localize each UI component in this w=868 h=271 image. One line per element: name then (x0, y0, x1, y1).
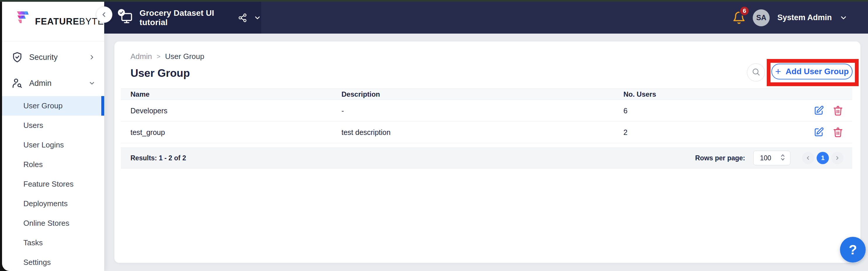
sidebar-item-online-stores[interactable]: Online Stores (2, 213, 104, 233)
row-actions (813, 105, 843, 116)
results-count: Results: 1 - 2 of 2 (130, 154, 186, 162)
cell-name: Developers (130, 106, 167, 115)
table-row[interactable]: Developers - 6 (121, 100, 852, 121)
row-actions (813, 127, 843, 138)
sidebar-item-user-logins[interactable]: User Logins (2, 135, 104, 155)
cell-description: test description (341, 128, 391, 137)
featurebyte-logo-icon (17, 11, 32, 32)
sidebar-section-label: Admin (29, 79, 88, 88)
browser-top-strip (0, 0, 868, 2)
account-chevron-down-icon[interactable] (839, 14, 847, 22)
sidebar-section-security[interactable]: Security (2, 47, 104, 67)
pagination-controls: Rows per page: 100 (695, 151, 843, 165)
column-header-users: No. Users (623, 90, 656, 98)
avatar[interactable]: SA (753, 9, 770, 26)
help-button[interactable]: ? (840, 237, 866, 263)
add-user-group-label: Add User Group (786, 67, 849, 76)
catalog-monitor-icon (120, 11, 133, 24)
column-header-description: Description (341, 90, 380, 98)
table-header-row: Name Description No. Users (121, 89, 852, 100)
current-page-button[interactable]: 1 (817, 152, 829, 164)
brand-wordmark: FEATUREBYTE (35, 17, 104, 27)
sidebar-item-feature-stores[interactable]: Feature Stores (2, 174, 104, 194)
edit-button[interactable] (813, 105, 824, 116)
top-navbar: Grocery Dataset UI tutorial (2, 2, 868, 34)
catalog-chevron-down-icon[interactable] (254, 14, 261, 22)
sidebar-section-admin[interactable]: Admin (2, 73, 104, 93)
rows-per-page-select[interactable]: 100 (753, 151, 790, 165)
user-group-table: Name Description No. Users Developers - … (121, 89, 852, 169)
search-icon (751, 67, 760, 78)
rows-per-page-value: 100 (760, 154, 771, 162)
cell-users: 2 (623, 128, 627, 137)
edit-button[interactable] (813, 127, 824, 138)
sidebar-item-users[interactable]: Users (2, 116, 104, 135)
sidebar-collapse-button[interactable] (96, 6, 112, 23)
notifications-bell-icon[interactable]: 6 (732, 11, 746, 25)
next-page-button[interactable] (831, 152, 843, 164)
catalog-selector[interactable]: Grocery Dataset UI tutorial (120, 8, 261, 27)
sidebar-item-tasks[interactable]: Tasks (2, 233, 104, 252)
account-name: System Admin (777, 13, 832, 22)
shield-check-icon (12, 52, 23, 63)
sidebar: FEATUREBYTE Security (2, 2, 104, 271)
table-row[interactable]: test_group test description 2 (121, 121, 852, 143)
delete-button[interactable] (832, 127, 843, 138)
sidebar-item-user-group[interactable]: User Group (2, 96, 104, 116)
cell-users: 6 (623, 106, 627, 115)
logo-panel: FEATUREBYTE (2, 2, 104, 41)
user-search-icon (12, 78, 23, 89)
breadcrumb-admin[interactable]: Admin (130, 52, 152, 61)
window-edge-strip (0, 0, 2, 271)
navbar-right-group: 6 SA System Admin (732, 2, 847, 34)
main-content-card: Admin > User Group User Group + Add User… (115, 41, 860, 263)
select-stepper-icon (780, 153, 786, 163)
catalog-check-badge-icon (118, 9, 125, 16)
page-title: User Group (130, 67, 190, 80)
breadcrumb-current: User Group (165, 52, 204, 61)
breadcrumb-separator: > (157, 53, 160, 60)
cell-name: test_group (130, 128, 165, 137)
column-header-name: Name (130, 90, 149, 98)
app-root: Grocery Dataset UI tutorial (0, 0, 868, 271)
sidebar-item-deployments[interactable]: Deployments (2, 194, 104, 213)
chevron-down-icon (88, 80, 95, 87)
delete-button[interactable] (832, 105, 843, 116)
plus-icon: + (775, 66, 781, 76)
sidebar-item-settings[interactable]: Settings (2, 252, 104, 271)
breadcrumb: Admin > User Group (130, 52, 204, 61)
chevron-right-icon (88, 54, 95, 61)
table-footer: Results: 1 - 2 of 2 Rows per page: 100 (121, 148, 852, 169)
rows-per-page-label: Rows per page: (695, 154, 745, 162)
sidebar-section-label: Security (29, 53, 88, 62)
catalog-name: Grocery Dataset UI tutorial (140, 8, 230, 27)
add-user-group-button[interactable]: + Add User Group (771, 64, 852, 80)
notification-count-badge: 6 (739, 6, 749, 16)
share-icon[interactable] (238, 13, 247, 23)
cell-description: - (341, 106, 344, 115)
sidebar-item-roles[interactable]: Roles (2, 155, 104, 174)
pager: 1 (802, 152, 843, 164)
catalog-selector-block: Grocery Dataset UI tutorial (104, 2, 261, 34)
search-button[interactable] (747, 63, 765, 82)
previous-page-button[interactable] (802, 152, 814, 164)
